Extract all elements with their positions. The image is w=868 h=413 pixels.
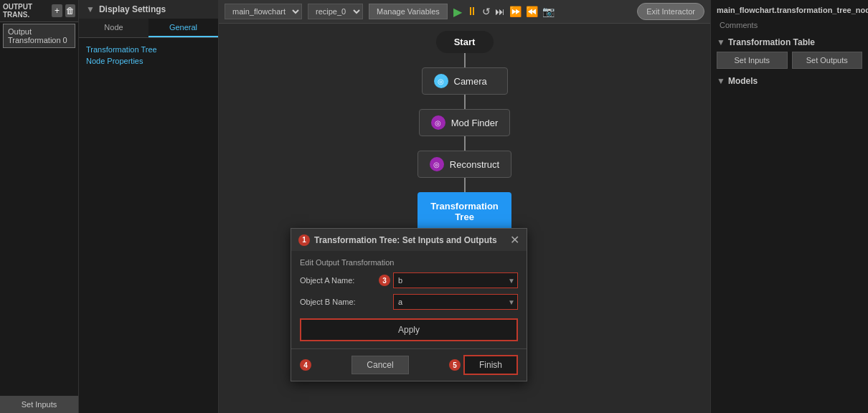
fast-forward-btn[interactable]: ⏩ [509,6,522,17]
transformation-table-section: ▼ Transformation Table Set Inputs Set Ou… [717,37,862,69]
reconstruct-node[interactable]: ◎ Reconstruct [418,151,511,178]
right-title: main_flowchart.transformation_tree_nodes [717,6,862,14]
object-b-label: Object B Name: [300,298,379,306]
set-inputs-right-btn[interactable]: Set Inputs [717,52,788,69]
step-back-btn[interactable]: ⏪ [526,6,538,17]
exit-interactor-btn[interactable]: Exit Interactor [637,3,704,20]
modfinder-node[interactable]: ◎ Mod Finder [419,109,511,136]
dialog-titlebar: 1 Transformation Tree: Set Inputs and Ou… [291,229,527,251]
flowchart-canvas: Start ◎ Camera ◎ Mod Finder ◎ Reconstruc… [219,24,710,413]
output-trans-bar: OUTPUT TRANS. + 🗑 [0,0,78,22]
arrow-camera-modfinder [464,95,466,109]
object-a-row: Object A Name: 3 ▼ [300,272,518,288]
set-inputs-outputs-dialog: 1 Transformation Tree: Set Inputs and Ou… [291,228,527,381]
comments-label: Comments [717,18,760,32]
models-header: ▼ Models [717,76,862,86]
play-btn[interactable]: ▶ [453,5,462,19]
finish-group: 5 Finish [449,355,518,375]
table-buttons: Set Inputs Set Outputs [717,52,862,69]
ds-triangle-icon: ▼ [86,4,95,14]
finish-btn[interactable]: Finish [463,355,518,375]
object-a-input[interactable] [393,272,518,288]
dialog-footer: 4 Cancel 5 Finish [291,348,527,381]
step-badge-5: 5 [449,359,461,371]
start-node[interactable]: Start [436,31,494,53]
cancel-btn[interactable]: Cancel [352,356,408,374]
display-settings-links: Transformation Tree Node Properties [79,38,218,72]
reconstruct-icon: ◎ [430,157,444,171]
dialog-title: Transformation Tree: Set Inputs and Outp… [314,235,510,245]
tab-node[interactable]: Node [79,19,148,37]
object-b-input[interactable] [393,294,518,310]
refresh-btn[interactable]: ↺ [482,6,491,17]
tab-general[interactable]: General [148,19,218,37]
flowchart-dropdown[interactable]: main_flowchart [225,4,302,19]
output-transformation-item[interactable]: Output Transformation 0 [3,24,75,48]
manage-variables-btn[interactable]: Manage Variables [369,4,448,19]
camera-icon: ◎ [434,74,448,88]
modfinder-icon: ◎ [431,115,445,130]
node-properties-link[interactable]: Node Properties [86,57,211,65]
object-b-wrapper: ▼ [393,294,518,310]
object-a-wrapper: ▼ [393,272,518,288]
set-outputs-right-btn[interactable]: Set Outputs [792,52,863,69]
arrow-start-camera [464,53,466,67]
step-badge-4: 4 [300,359,311,371]
transformation-table-label: Transformation Table [728,37,815,47]
add-output-btn[interactable]: + [52,4,62,17]
display-settings-tabs: Node General [79,19,218,38]
set-inputs-btn[interactable]: Set Inputs [0,396,78,413]
left-panel: OUTPUT TRANS. + 🗑 Output Transformation … [0,0,79,413]
transformation-tree-link[interactable]: Transformation Tree [86,45,211,54]
screenshot-btn[interactable]: 📷 [542,6,555,17]
apply-btn[interactable]: Apply [300,318,518,341]
dialog-close-btn[interactable]: ✕ [510,233,519,247]
modfinder-label: Mod Finder [451,118,499,128]
delete-output-btn[interactable]: 🗑 [65,4,75,17]
main-area: main_flowchart recipe_0 Manage Variables… [219,0,710,413]
right-panel: main_flowchart.transformation_tree_nodes… [710,0,868,413]
recipe-dropdown[interactable]: recipe_0 [308,4,363,19]
models-triangle-icon: ▼ [717,76,725,86]
display-settings-header: ▼ Display Settings [79,0,218,19]
step-btn[interactable]: ⏭ [495,6,505,17]
reconstruct-label: Reconstruct [450,159,499,170]
models-label: Models [728,76,758,86]
pause-btn[interactable]: ⏸ [466,5,478,18]
camera-node[interactable]: ◎ Camera [422,67,508,95]
display-settings-title: Display Settings [99,4,166,14]
transformation-table-header: ▼ Transformation Table [717,37,862,47]
transformation-label: TransformationTree [430,201,499,222]
display-settings-panel: ▼ Display Settings Node General Transfor… [79,0,219,413]
arrow-reconstruct-transform [464,178,466,192]
object-b-row: Object B Name: ▼ [300,294,518,310]
badge-3: 3 [379,275,390,286]
models-section: ▼ Models [717,76,862,90]
dialog-body: Edit Output Transformation Object A Name… [291,251,527,348]
start-label: Start [454,37,476,47]
arrow-modfinder-reconstruct [464,136,466,151]
tt-triangle-icon: ▼ [717,37,725,47]
dialog-section-label: Edit Output Transformation [300,258,518,267]
playback-controls: ▶ ⏸ ↺ ⏭ ⏩ ⏪ 📷 [453,5,555,19]
camera-label: Camera [454,76,487,87]
output-trans-label: OUTPUT TRANS. [3,3,49,19]
main-toolbar: main_flowchart recipe_0 Manage Variables… [219,0,710,24]
object-a-label: Object A Name: [300,276,379,285]
dialog-title-badge: 1 [298,234,310,246]
comments-section: Comments [717,20,862,30]
transformation-tree-node[interactable]: TransformationTree [418,192,511,231]
